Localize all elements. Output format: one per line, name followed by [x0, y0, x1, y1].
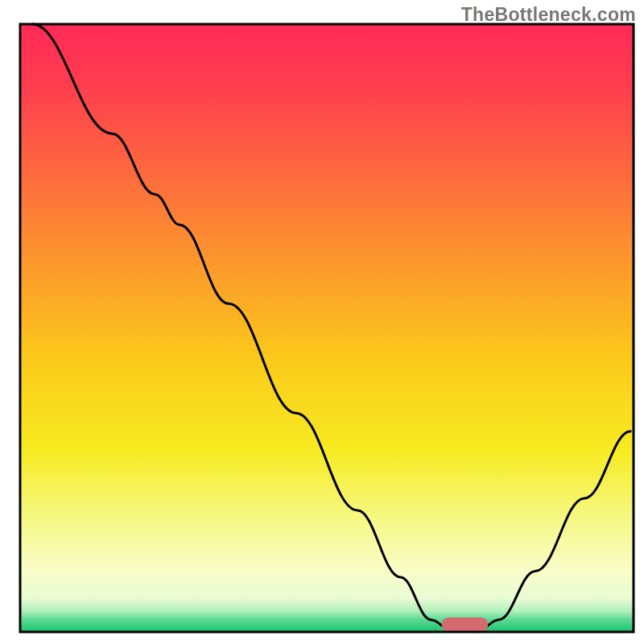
plot-background: [20, 24, 634, 632]
optimum-marker: [441, 617, 488, 632]
bottleneck-chart: [0, 0, 644, 644]
watermark-text: TheBottleneck.com: [461, 4, 636, 26]
chart-container: TheBottleneck.com: [0, 0, 644, 644]
